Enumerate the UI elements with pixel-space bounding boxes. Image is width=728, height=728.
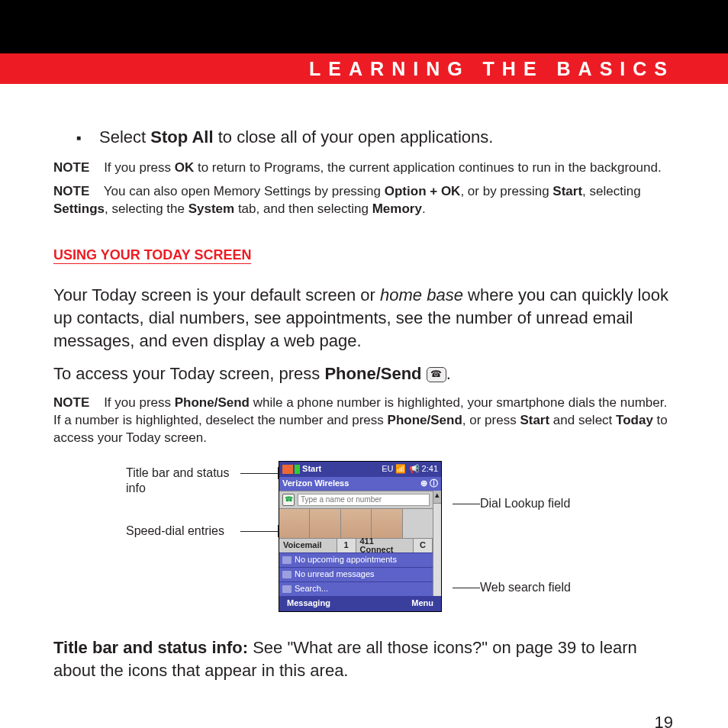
text: To access your Today screen, press [53, 364, 324, 383]
paragraph-access: To access your Today screen, press Phone… [53, 362, 675, 385]
text-bold: Option + OK [385, 184, 461, 198]
text: and select [549, 413, 616, 427]
speed-dial-row: Voicemail 1 411 Connect C [279, 538, 433, 552]
text-italic: home base [380, 285, 463, 304]
text: , or press [462, 413, 520, 427]
speed-dial-thumbs [279, 508, 433, 538]
note-label: NOTE [53, 395, 89, 410]
search-icon [282, 585, 292, 593]
chapter-title: LEARNING THE BASICS [309, 58, 675, 80]
callout-dial-lookup: Dial Lookup field [480, 496, 602, 511]
paragraph-intro: Your Today screen is your default screen… [53, 284, 675, 353]
bullet-list: Select Stop All to close all of your ope… [53, 126, 675, 149]
text: Select [99, 127, 150, 147]
note-1: NOTE If you press OK to return to Progra… [53, 159, 675, 177]
text: Your Today screen is your default screen… [53, 285, 380, 304]
phone-appointments[interactable]: No upcoming appointments [279, 552, 433, 567]
section-heading: USING YOUR TODAY SCREEN [53, 247, 251, 264]
note-label: NOTE [53, 160, 89, 175]
text-bold: Start [520, 413, 549, 427]
callouts-left: Title bar and status info Speed-dial ent… [126, 465, 240, 566]
text-bold: Phone/Send [175, 395, 250, 410]
text-bold: System [188, 201, 234, 216]
operator-icons: ⊕ ⓘ [420, 479, 438, 488]
text: If you press [104, 160, 175, 175]
start-flag-icon: Start [282, 465, 321, 474]
text-bold: Title bar and status info: [53, 638, 248, 657]
contact-thumb[interactable] [372, 509, 402, 538]
contact-thumb[interactable] [279, 509, 310, 538]
text: tab, and then selecting [234, 201, 372, 216]
phone-titlebar: Start EU 📶 📢 2:41 [279, 462, 441, 477]
header-red-band: LEARNING THE BASICS [0, 53, 728, 84]
note-label: NOTE [53, 184, 89, 198]
speed-dial-key: C [414, 539, 433, 552]
contacts-icon: ☎ [282, 494, 295, 506]
text: . [446, 364, 451, 383]
text-bold: Phone/Send [324, 364, 421, 383]
text: . [422, 201, 426, 216]
contact-thumb[interactable] [403, 509, 433, 538]
text: If you press [104, 395, 175, 410]
softkey-left[interactable]: Messaging [287, 599, 330, 607]
phone-operator: Verizon Wireless ⊕ ⓘ [279, 477, 441, 491]
text: to close all of your open applications. [214, 127, 494, 147]
dial-lookup-row: ☎ [279, 491, 433, 508]
softkey-right[interactable]: Menu [411, 599, 433, 607]
bullet-stop-all: Select Stop All to close all of your ope… [99, 126, 675, 149]
text-bold: OK [175, 160, 195, 175]
phone-messages[interactable]: No unread messages [279, 567, 433, 581]
contact-thumb[interactable] [310, 509, 340, 538]
calendar-icon [282, 556, 292, 564]
text-bold: Phone/Send [388, 413, 462, 427]
note-2: NOTE You can also open Memory Settings b… [53, 183, 675, 218]
status-icons: EU 📶 📢 2:41 [382, 465, 438, 473]
header-black-band [0, 0, 728, 53]
text: , selecting [582, 184, 641, 198]
text-bold: Start [552, 184, 582, 198]
text: , or by pressing [460, 184, 552, 198]
text: You can also open Memory Settings by pre… [104, 184, 385, 198]
speed-dial-key: 1 [337, 539, 356, 552]
callout-web-search: Web search field [480, 580, 602, 595]
figure-today-screen: Title bar and status info Speed-dial ent… [53, 461, 675, 623]
text-bold: Stop All [150, 127, 213, 147]
callout-title-bar: Title bar and status info [126, 465, 240, 496]
dial-lookup-input[interactable] [298, 494, 430, 506]
phone-send-icon: ☎ [427, 367, 446, 382]
text: to return to Programs, the current appli… [194, 160, 661, 175]
note-3: NOTE If you press Phone/Send while a pho… [53, 395, 675, 447]
contact-thumb[interactable] [341, 509, 372, 538]
page-content: Select Stop All to close all of your ope… [0, 84, 728, 728]
page-number: 19 [53, 713, 675, 728]
mail-icon [282, 571, 292, 578]
callout-speed-dial: Speed-dial entries [126, 523, 240, 539]
text: , selecting the [105, 201, 188, 216]
callouts-right: Dial Lookup field Web search field [480, 496, 602, 623]
phone-web-search[interactable]: Search... [279, 581, 433, 596]
phone-softkeys: Messaging Menu [279, 596, 441, 611]
speed-dial-voicemail[interactable]: Voicemail [279, 539, 337, 552]
phone-screenshot: Start EU 📶 📢 2:41 Verizon Wireless ⊕ ⓘ ☎ [279, 461, 442, 612]
paragraph-titlebar: Title bar and status info: See "What are… [53, 636, 675, 683]
scrollbar[interactable]: ▴ [433, 491, 441, 596]
text-bold: Today [616, 413, 653, 427]
text-bold: Settings [53, 201, 105, 216]
text-bold: Memory [372, 201, 422, 216]
speed-dial-411[interactable]: 411 Connect [356, 539, 414, 552]
